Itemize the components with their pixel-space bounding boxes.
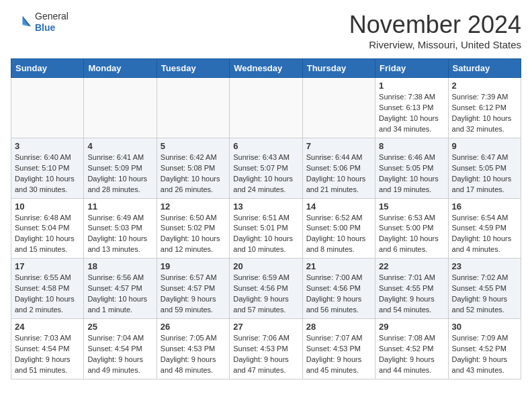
day-number: 20 (233, 261, 298, 271)
day-number: 9 (452, 141, 517, 151)
day-number: 14 (306, 201, 371, 212)
day-number: 23 (452, 261, 517, 271)
month-title: November 2024 (349, 11, 521, 39)
day-info: Sunrise: 6:47 AM Sunset: 5:05 PM Dayligh… (452, 152, 517, 195)
day-info: Sunrise: 6:52 AM Sunset: 5:00 PM Dayligh… (306, 213, 371, 256)
day-number: 3 (15, 141, 80, 151)
day-number: 8 (379, 141, 444, 151)
day-number: 2 (452, 81, 517, 91)
logo-text: General Blue (35, 11, 69, 34)
calendar-cell: 29Sunrise: 7:08 AM Sunset: 4:52 PM Dayli… (375, 319, 448, 379)
calendar-cell: 14Sunrise: 6:52 AM Sunset: 5:00 PM Dayli… (302, 198, 375, 259)
calendar-cell: 17Sunrise: 6:55 AM Sunset: 4:58 PM Dayli… (11, 259, 84, 319)
day-info: Sunrise: 6:40 AM Sunset: 5:10 PM Dayligh… (15, 152, 80, 195)
calendar-week-row: 24Sunrise: 7:03 AM Sunset: 4:54 PM Dayli… (11, 319, 521, 379)
calendar-cell: 16Sunrise: 6:54 AM Sunset: 4:59 PM Dayli… (448, 198, 521, 259)
day-info: Sunrise: 6:57 AM Sunset: 4:57 PM Dayligh… (161, 273, 226, 316)
day-info: Sunrise: 7:39 AM Sunset: 6:12 PM Dayligh… (452, 92, 517, 135)
day-number: 19 (161, 261, 226, 271)
logo-icon (11, 11, 32, 33)
column-header-monday: Monday (84, 59, 157, 78)
calendar-cell: 1Sunrise: 7:38 AM Sunset: 6:13 PM Daylig… (375, 78, 448, 138)
day-number: 18 (87, 261, 152, 271)
calendar-cell: 11Sunrise: 6:49 AM Sunset: 5:03 PM Dayli… (84, 198, 157, 259)
calendar-week-row: 17Sunrise: 6:55 AM Sunset: 4:58 PM Dayli… (11, 259, 521, 319)
calendar-cell: 5Sunrise: 6:42 AM Sunset: 5:08 PM Daylig… (157, 138, 229, 198)
calendar-header-row: SundayMondayTuesdayWednesdayThursdayFrid… (11, 59, 521, 78)
day-info: Sunrise: 6:53 AM Sunset: 5:00 PM Dayligh… (379, 213, 444, 256)
day-info: Sunrise: 7:09 AM Sunset: 4:52 PM Dayligh… (452, 333, 517, 376)
calendar-cell: 10Sunrise: 6:48 AM Sunset: 5:04 PM Dayli… (11, 198, 84, 259)
day-number: 1 (379, 81, 444, 91)
logo-blue: Blue (35, 22, 69, 34)
day-info: Sunrise: 7:00 AM Sunset: 4:56 PM Dayligh… (306, 273, 371, 316)
column-header-tuesday: Tuesday (157, 59, 229, 78)
calendar-cell (302, 78, 375, 138)
calendar-cell: 12Sunrise: 6:50 AM Sunset: 5:02 PM Dayli… (157, 198, 229, 259)
calendar-cell: 22Sunrise: 7:01 AM Sunset: 4:55 PM Dayli… (375, 259, 448, 319)
day-info: Sunrise: 7:08 AM Sunset: 4:52 PM Dayligh… (379, 333, 444, 376)
day-number: 4 (87, 141, 152, 151)
calendar-cell: 30Sunrise: 7:09 AM Sunset: 4:52 PM Dayli… (448, 319, 521, 379)
column-header-saturday: Saturday (448, 59, 521, 78)
day-info: Sunrise: 7:01 AM Sunset: 4:55 PM Dayligh… (379, 273, 444, 316)
calendar-cell: 4Sunrise: 6:41 AM Sunset: 5:09 PM Daylig… (84, 138, 157, 198)
day-number: 16 (452, 201, 517, 212)
column-header-thursday: Thursday (302, 59, 375, 78)
calendar-week-row: 10Sunrise: 6:48 AM Sunset: 5:04 PM Dayli… (11, 198, 521, 259)
calendar-cell (157, 78, 229, 138)
column-header-wednesday: Wednesday (230, 59, 302, 78)
day-info: Sunrise: 7:04 AM Sunset: 4:54 PM Dayligh… (87, 333, 152, 376)
calendar-cell: 3Sunrise: 6:40 AM Sunset: 5:10 PM Daylig… (11, 138, 84, 198)
title-block: November 2024 Riverview, Missouri, Unite… (349, 11, 521, 50)
day-number: 17 (15, 261, 80, 271)
calendar-cell: 27Sunrise: 7:06 AM Sunset: 4:53 PM Dayli… (230, 319, 302, 379)
day-info: Sunrise: 6:48 AM Sunset: 5:04 PM Dayligh… (15, 213, 80, 256)
day-info: Sunrise: 6:55 AM Sunset: 4:58 PM Dayligh… (15, 273, 80, 316)
calendar-cell: 2Sunrise: 7:39 AM Sunset: 6:12 PM Daylig… (448, 78, 521, 138)
day-number: 25 (87, 322, 152, 332)
page-header: General Blue November 2024 Riverview, Mi… (11, 11, 521, 50)
calendar-cell: 6Sunrise: 6:43 AM Sunset: 5:07 PM Daylig… (230, 138, 302, 198)
column-header-friday: Friday (375, 59, 448, 78)
location: Riverview, Missouri, United States (349, 39, 521, 50)
calendar-table: SundayMondayTuesdayWednesdayThursdayFrid… (11, 58, 521, 379)
day-number: 21 (306, 261, 371, 271)
calendar-cell (84, 78, 157, 138)
day-info: Sunrise: 6:42 AM Sunset: 5:08 PM Dayligh… (161, 152, 226, 195)
day-info: Sunrise: 6:56 AM Sunset: 4:57 PM Dayligh… (87, 273, 152, 316)
day-info: Sunrise: 6:44 AM Sunset: 5:06 PM Dayligh… (306, 152, 371, 195)
calendar-cell: 19Sunrise: 6:57 AM Sunset: 4:57 PM Dayli… (157, 259, 229, 319)
calendar-cell (230, 78, 302, 138)
calendar-week-row: 1Sunrise: 7:38 AM Sunset: 6:13 PM Daylig… (11, 78, 521, 138)
calendar-cell: 28Sunrise: 7:07 AM Sunset: 4:53 PM Dayli… (302, 319, 375, 379)
day-number: 11 (87, 201, 152, 212)
day-info: Sunrise: 6:54 AM Sunset: 4:59 PM Dayligh… (452, 213, 517, 256)
day-number: 7 (306, 141, 371, 151)
day-number: 13 (233, 201, 298, 212)
day-info: Sunrise: 7:05 AM Sunset: 4:53 PM Dayligh… (161, 333, 226, 376)
day-number: 28 (306, 322, 371, 332)
calendar-cell: 26Sunrise: 7:05 AM Sunset: 4:53 PM Dayli… (157, 319, 229, 379)
calendar-cell: 15Sunrise: 6:53 AM Sunset: 5:00 PM Dayli… (375, 198, 448, 259)
calendar-cell: 7Sunrise: 6:44 AM Sunset: 5:06 PM Daylig… (302, 138, 375, 198)
logo-general: General (35, 11, 69, 22)
logo: General Blue (11, 11, 69, 34)
day-number: 30 (452, 322, 517, 332)
calendar-cell: 23Sunrise: 7:02 AM Sunset: 4:55 PM Dayli… (448, 259, 521, 319)
calendar-cell: 13Sunrise: 6:51 AM Sunset: 5:01 PM Dayli… (230, 198, 302, 259)
day-info: Sunrise: 6:50 AM Sunset: 5:02 PM Dayligh… (161, 213, 226, 256)
day-info: Sunrise: 7:02 AM Sunset: 4:55 PM Dayligh… (452, 273, 517, 316)
day-number: 22 (379, 261, 444, 271)
day-info: Sunrise: 6:41 AM Sunset: 5:09 PM Dayligh… (87, 152, 152, 195)
day-number: 26 (161, 322, 226, 332)
calendar-cell: 24Sunrise: 7:03 AM Sunset: 4:54 PM Dayli… (11, 319, 84, 379)
day-number: 5 (161, 141, 226, 151)
calendar-cell: 20Sunrise: 6:59 AM Sunset: 4:56 PM Dayli… (230, 259, 302, 319)
day-number: 29 (379, 322, 444, 332)
day-info: Sunrise: 7:03 AM Sunset: 4:54 PM Dayligh… (15, 333, 80, 376)
day-number: 15 (379, 201, 444, 212)
calendar-week-row: 3Sunrise: 6:40 AM Sunset: 5:10 PM Daylig… (11, 138, 521, 198)
day-info: Sunrise: 6:51 AM Sunset: 5:01 PM Dayligh… (233, 213, 298, 256)
day-number: 12 (161, 201, 226, 212)
